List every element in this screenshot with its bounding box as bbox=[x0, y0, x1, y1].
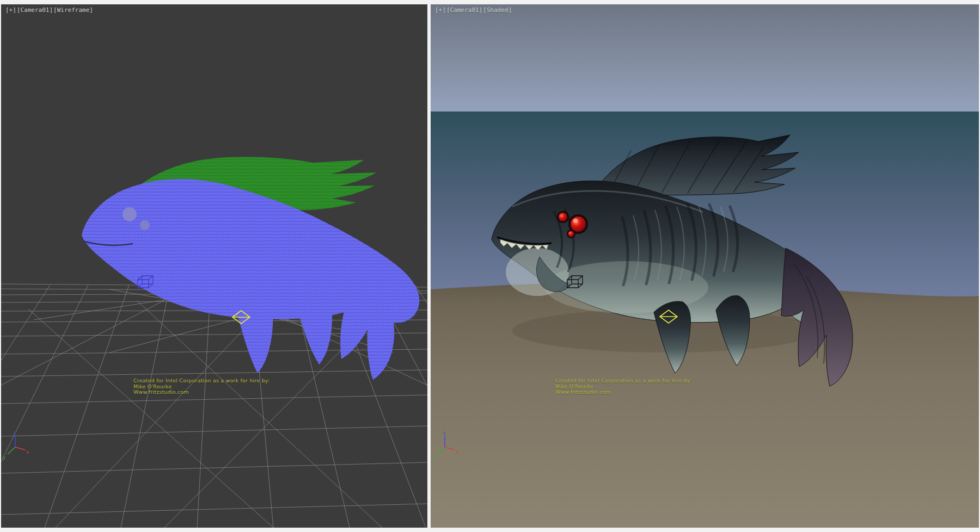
viewport-shaded[interactable]: [+] [Camera01] [Shaded] bbox=[431, 4, 979, 528]
watermark-line: Www.fritzstudio.com bbox=[555, 389, 691, 395]
eye-small bbox=[559, 213, 567, 221]
watermark: Created for Intel Corporation as a work … bbox=[555, 378, 691, 395]
axis-x-label: x bbox=[456, 449, 459, 455]
viewport-label: [+] [Camera01] [Wireframe] bbox=[5, 7, 93, 14]
viewport-menu-shading[interactable]: [Wireframe] bbox=[53, 7, 93, 14]
watermark-line: Created for Intel Corporation as a work … bbox=[133, 378, 270, 384]
eye-highlight bbox=[573, 219, 578, 223]
watermark-line: Www.fritzstudio.com bbox=[133, 389, 270, 395]
viewport-menu-shading[interactable]: [Shaded] bbox=[483, 7, 512, 14]
axis-x-label: x bbox=[26, 449, 29, 455]
sky-upper bbox=[431, 4, 979, 113]
viewport-menu-pov[interactable]: [Camera01] bbox=[446, 7, 482, 14]
watermark: Created for Intel Corporation as a work … bbox=[133, 378, 270, 395]
axis-z-label: z bbox=[13, 430, 16, 436]
eye-small bbox=[568, 231, 574, 237]
axis-y-label: y bbox=[432, 455, 436, 460]
eye-spot bbox=[140, 220, 150, 230]
eye-spot bbox=[122, 207, 137, 221]
viewport-label: [+] [Camera01] [Shaded] bbox=[435, 7, 512, 14]
scene-canvas-shaded: z x y bbox=[431, 4, 979, 528]
watermark-line: Created for Intel Corporation as a work … bbox=[555, 378, 691, 384]
viewport-menu-general[interactable]: [+] bbox=[435, 7, 446, 14]
axis-y-label: y bbox=[3, 455, 6, 460]
viewport-menu-pov[interactable]: [Camera01] bbox=[17, 7, 53, 14]
viewport-wireframe[interactable]: [+] [Camera01] [Wireframe] bbox=[1, 4, 427, 528]
scene-canvas-wireframe: z x y bbox=[1, 4, 427, 528]
eye-large bbox=[571, 216, 586, 232]
viewport-menu-general[interactable]: [+] bbox=[5, 7, 16, 14]
axis-z-label: z bbox=[443, 430, 445, 436]
